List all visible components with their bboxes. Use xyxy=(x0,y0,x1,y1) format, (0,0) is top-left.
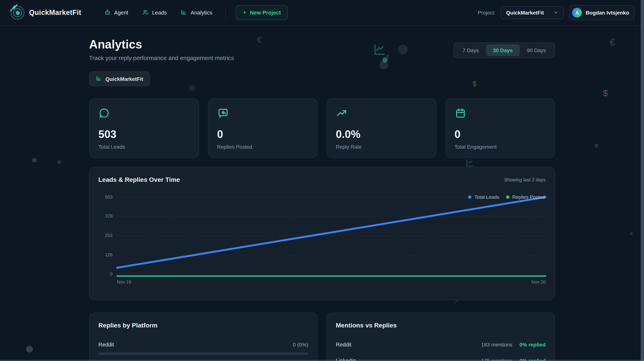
brand[interactable]: QuickMarketFit xyxy=(10,5,81,20)
page-subtitle: Track your reply performance and engagem… xyxy=(89,55,234,61)
nav-item-label: Analytics xyxy=(191,10,212,16)
stat-value: 0.0% xyxy=(336,128,427,140)
stat-label: Total Leads xyxy=(98,144,190,150)
chart-plot-area: Total Leads Replies Posted xyxy=(117,197,546,274)
horizontal-scrollbar[interactable] xyxy=(0,360,644,361)
stats-row: 503 Total Leads 0 Replies Posted 0.0% Re… xyxy=(89,98,555,158)
main-content: Analytics Track your reply performance a… xyxy=(89,37,555,361)
leads-replies-chart-card: Leads & Replies Over Time Showing last 2… xyxy=(89,167,555,300)
y-tick-label: 126 xyxy=(105,252,112,257)
project-select-value: QuickMarketFit xyxy=(506,10,544,16)
time-range-90-days[interactable]: 90 Days xyxy=(520,44,553,56)
stat-value: 0 xyxy=(454,128,546,140)
replies-by-platform-card: Replies by Platform Reddit 0 (0%) xyxy=(89,313,318,361)
stat-card-reply-rate: 0.0% Reply Rate xyxy=(326,98,436,158)
panel-title: Replies by Platform xyxy=(98,322,308,329)
trending-up-icon xyxy=(336,114,347,120)
plus-icon: + xyxy=(243,9,246,16)
gridline xyxy=(117,236,546,236)
calendar-icon xyxy=(454,114,466,120)
x-axis-labels: Nov 19 Nov 20 xyxy=(117,279,546,285)
bar-chart-icon xyxy=(181,9,187,16)
nav-item-label: Leads xyxy=(152,10,167,16)
chat-bubble-icon xyxy=(98,114,110,120)
chart-title: Leads & Replies Over Time xyxy=(98,176,180,184)
nav-item-label: Agent xyxy=(114,10,128,16)
chart-meta: Showing last 2 days xyxy=(504,177,546,183)
nav-item-agent[interactable]: Agent xyxy=(104,9,128,16)
platform-row-reddit: Reddit 0 (0%) xyxy=(98,342,308,348)
stat-value: 0 xyxy=(217,128,308,140)
project-select[interactable]: QuickMarketFit xyxy=(500,6,564,19)
stat-card-total-engagement: 0 Total Engagement xyxy=(445,98,555,158)
gridline xyxy=(117,255,546,255)
project-badge-label: QuickMarketFit xyxy=(106,76,143,82)
euro-icon: € xyxy=(610,37,615,47)
time-range-30-days[interactable]: 30 Days xyxy=(486,44,520,56)
brand-logo-target-icon xyxy=(10,5,24,20)
user-name: Bogdan Ivtsjenko xyxy=(586,10,629,16)
mentions-vs-replies-card: Mentions vs Replies Reddit 183 mentions … xyxy=(326,313,555,361)
bottom-row: Replies by Platform Reddit 0 (0%) Mentio… xyxy=(89,313,555,361)
gridline xyxy=(117,197,546,197)
y-tick-label: 378 xyxy=(105,214,112,219)
bokeh-dot xyxy=(58,160,61,164)
page-title: Analytics xyxy=(89,37,234,51)
platform-name: Reddit xyxy=(336,342,352,348)
brand-name: QuickMarketFit xyxy=(29,8,81,17)
stat-card-total-leads: 503 Total Leads xyxy=(89,98,199,158)
dollar-icon: $ xyxy=(603,89,608,98)
vertical-scrollbar[interactable] xyxy=(641,0,644,361)
mentions-count: 183 mentions xyxy=(481,342,512,348)
stat-label: Reply Rate xyxy=(336,144,427,150)
gridline xyxy=(117,274,546,275)
time-range-7-days[interactable]: 7 Days xyxy=(456,44,486,56)
gridline xyxy=(117,216,546,217)
bokeh-dot xyxy=(32,158,36,162)
stat-card-replies-posted: 0 Replies Posted xyxy=(208,98,318,158)
bokeh-dot xyxy=(26,346,33,353)
reply-icon xyxy=(217,114,229,120)
platform-value: 0 (0%) xyxy=(293,342,308,348)
new-project-label: New Project xyxy=(250,10,281,16)
x-tick-start: Nov 19 xyxy=(117,279,131,285)
nav-item-analytics[interactable]: Analytics xyxy=(181,9,212,16)
progress-bar-track xyxy=(98,353,308,355)
bokeh-dot xyxy=(595,144,598,148)
bar-chart-icon xyxy=(96,75,102,82)
panel-title: Mentions vs Replies xyxy=(336,322,546,329)
x-tick-end: Nov 20 xyxy=(532,279,546,285)
y-tick-label: 503 xyxy=(105,194,112,200)
mentions-row-reddit: Reddit 183 mentions 0% replied xyxy=(336,342,546,348)
stat-label: Total Engagement xyxy=(454,144,546,150)
avatar xyxy=(572,8,582,17)
project-badge[interactable]: QuickMarketFit xyxy=(89,71,150,86)
stat-label: Replies Posted xyxy=(217,144,308,150)
y-axis-labels: 0126252378503 xyxy=(98,197,117,274)
top-navbar: QuickMarketFit Agent Leads xyxy=(0,0,644,26)
y-tick-label: 252 xyxy=(105,233,112,238)
platform-name: Reddit xyxy=(98,342,114,348)
users-icon xyxy=(142,9,149,16)
new-project-button[interactable]: + New Project xyxy=(236,5,288,20)
y-tick-label: 0 xyxy=(110,272,112,277)
replied-percent: 0% replied xyxy=(520,342,546,348)
project-label: Project: xyxy=(478,10,495,16)
primary-nav: Agent Leads Analytics xyxy=(104,9,212,16)
user-menu[interactable]: Bogdan Ivtsjenko xyxy=(569,5,634,20)
chevron-down-icon xyxy=(554,10,558,15)
chart-lines xyxy=(117,197,546,279)
stat-value: 503 xyxy=(98,128,190,140)
time-range-control: 7 Days 30 Days 90 Days xyxy=(454,42,555,58)
navbar-right: Project: QuickMarketFit Bogdan Ivtsjenko xyxy=(478,5,634,20)
bokeh-dot xyxy=(630,232,633,235)
nav-item-leads[interactable]: Leads xyxy=(142,9,167,16)
robot-icon xyxy=(104,9,111,16)
nav-divider xyxy=(225,7,225,18)
